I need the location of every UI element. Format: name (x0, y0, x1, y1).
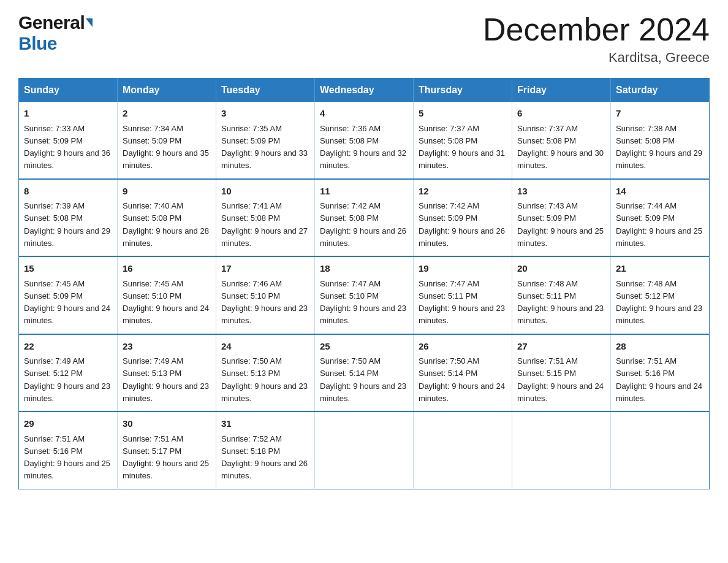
day-number: 5 (419, 107, 507, 121)
calendar-cell: 12 Sunrise: 7:42 AMSunset: 5:09 PMDaylig… (414, 179, 512, 257)
calendar-week-row: 8 Sunrise: 7:39 AMSunset: 5:08 PMDayligh… (19, 179, 710, 257)
calendar-cell: 29 Sunrise: 7:51 AMSunset: 5:16 PMDaylig… (19, 412, 118, 489)
day-info: Sunrise: 7:48 AMSunset: 5:12 PMDaylight:… (616, 279, 702, 326)
day-info: Sunrise: 7:35 AMSunset: 5:09 PMDaylight:… (221, 124, 308, 170)
day-number: 30 (123, 417, 211, 431)
day-info: Sunrise: 7:45 AMSunset: 5:09 PMDaylight:… (24, 279, 110, 326)
day-info: Sunrise: 7:48 AMSunset: 5:11 PMDaylight:… (517, 279, 604, 326)
calendar-cell: 20 Sunrise: 7:48 AMSunset: 5:11 PMDaylig… (512, 256, 611, 334)
calendar-cell: 9 Sunrise: 7:40 AMSunset: 5:08 PMDayligh… (118, 179, 216, 257)
calendar-cell: 1 Sunrise: 7:33 AMSunset: 5:09 PMDayligh… (19, 102, 118, 179)
calendar-cell (315, 412, 414, 489)
day-number: 3 (221, 107, 309, 121)
day-number: 24 (221, 340, 309, 354)
day-info: Sunrise: 7:33 AMSunset: 5:09 PMDaylight:… (24, 124, 110, 170)
calendar-cell: 2 Sunrise: 7:34 AMSunset: 5:09 PMDayligh… (118, 102, 216, 179)
day-info: Sunrise: 7:50 AMSunset: 5:14 PMDaylight:… (320, 356, 406, 403)
calendar-cell (414, 412, 512, 489)
calendar-cell: 25 Sunrise: 7:50 AMSunset: 5:14 PMDaylig… (315, 334, 414, 412)
calendar-cell (512, 412, 611, 489)
calendar-cell: 15 Sunrise: 7:45 AMSunset: 5:09 PMDaylig… (19, 256, 118, 334)
day-info: Sunrise: 7:37 AMSunset: 5:08 PMDaylight:… (419, 124, 505, 170)
calendar-cell: 31 Sunrise: 7:52 AMSunset: 5:18 PMDaylig… (216, 412, 315, 489)
day-number: 9 (123, 185, 211, 199)
day-info: Sunrise: 7:43 AMSunset: 5:09 PMDaylight:… (517, 201, 604, 248)
header-sunday: Sunday (19, 79, 118, 102)
calendar-cell: 6 Sunrise: 7:37 AMSunset: 5:08 PMDayligh… (512, 102, 611, 179)
header-friday: Friday (512, 79, 611, 102)
calendar-cell: 22 Sunrise: 7:49 AMSunset: 5:12 PMDaylig… (19, 334, 118, 412)
day-number: 12 (419, 185, 507, 199)
day-number: 29 (24, 417, 112, 431)
day-info: Sunrise: 7:46 AMSunset: 5:10 PMDaylight:… (221, 279, 308, 326)
day-info: Sunrise: 7:52 AMSunset: 5:18 PMDaylight:… (221, 434, 308, 481)
day-number: 2 (123, 107, 211, 121)
header-thursday: Thursday (414, 79, 512, 102)
day-number: 10 (221, 185, 309, 199)
day-info: Sunrise: 7:45 AMSunset: 5:10 PMDaylight:… (123, 279, 209, 326)
calendar-cell: 3 Sunrise: 7:35 AMSunset: 5:09 PMDayligh… (216, 102, 315, 179)
day-info: Sunrise: 7:50 AMSunset: 5:14 PMDaylight:… (419, 356, 505, 403)
calendar-cell: 10 Sunrise: 7:41 AMSunset: 5:08 PMDaylig… (216, 179, 315, 257)
day-info: Sunrise: 7:36 AMSunset: 5:08 PMDaylight:… (320, 124, 406, 170)
day-info: Sunrise: 7:39 AMSunset: 5:08 PMDaylight:… (24, 201, 110, 248)
day-info: Sunrise: 7:40 AMSunset: 5:08 PMDaylight:… (123, 201, 209, 248)
logo-general-text: General (18, 12, 85, 33)
day-number: 25 (320, 340, 408, 354)
day-info: Sunrise: 7:47 AMSunset: 5:11 PMDaylight:… (419, 279, 505, 326)
calendar-cell: 16 Sunrise: 7:45 AMSunset: 5:10 PMDaylig… (118, 256, 216, 334)
day-number: 20 (517, 262, 605, 276)
calendar-week-row: 1 Sunrise: 7:33 AMSunset: 5:09 PMDayligh… (19, 102, 710, 179)
day-number: 15 (24, 262, 112, 276)
day-info: Sunrise: 7:37 AMSunset: 5:08 PMDaylight:… (517, 124, 604, 170)
calendar-cell: 30 Sunrise: 7:51 AMSunset: 5:17 PMDaylig… (118, 412, 216, 489)
calendar-cell: 7 Sunrise: 7:38 AMSunset: 5:08 PMDayligh… (611, 102, 710, 179)
day-info: Sunrise: 7:51 AMSunset: 5:15 PMDaylight:… (517, 356, 604, 403)
day-number: 21 (616, 262, 704, 276)
day-info: Sunrise: 7:49 AMSunset: 5:13 PMDaylight:… (123, 356, 209, 403)
day-number: 31 (221, 417, 309, 431)
day-number: 26 (419, 340, 507, 354)
logo-blue-text: Blue (18, 33, 57, 54)
title-block: December 2024 Karditsa, Greece (483, 12, 710, 66)
day-info: Sunrise: 7:51 AMSunset: 5:17 PMDaylight:… (123, 434, 209, 481)
day-number: 19 (419, 262, 507, 276)
calendar-header-row: Sunday Monday Tuesday Wednesday Thursday… (19, 79, 710, 102)
calendar-cell: 4 Sunrise: 7:36 AMSunset: 5:08 PMDayligh… (315, 102, 414, 179)
day-info: Sunrise: 7:41 AMSunset: 5:08 PMDaylight:… (221, 201, 308, 248)
calendar-cell: 19 Sunrise: 7:47 AMSunset: 5:11 PMDaylig… (414, 256, 512, 334)
calendar-cell: 23 Sunrise: 7:49 AMSunset: 5:13 PMDaylig… (118, 334, 216, 412)
day-info: Sunrise: 7:49 AMSunset: 5:12 PMDaylight:… (24, 356, 110, 403)
calendar-cell: 17 Sunrise: 7:46 AMSunset: 5:10 PMDaylig… (216, 256, 315, 334)
day-number: 6 (517, 107, 605, 121)
day-number: 7 (616, 107, 704, 121)
calendar-table: Sunday Monday Tuesday Wednesday Thursday… (18, 78, 710, 489)
day-number: 8 (24, 185, 112, 199)
calendar-cell: 13 Sunrise: 7:43 AMSunset: 5:09 PMDaylig… (512, 179, 611, 257)
calendar-cell (611, 412, 710, 489)
day-number: 22 (24, 340, 112, 354)
day-number: 16 (123, 262, 211, 276)
day-number: 13 (517, 185, 605, 199)
day-number: 27 (517, 340, 605, 354)
calendar-cell: 11 Sunrise: 7:42 AMSunset: 5:08 PMDaylig… (315, 179, 414, 257)
day-info: Sunrise: 7:51 AMSunset: 5:16 PMDaylight:… (616, 356, 702, 403)
month-title: December 2024 (483, 12, 710, 47)
calendar-cell: 24 Sunrise: 7:50 AMSunset: 5:13 PMDaylig… (216, 334, 315, 412)
header-wednesday: Wednesday (315, 79, 414, 102)
day-number: 18 (320, 262, 408, 276)
day-info: Sunrise: 7:51 AMSunset: 5:16 PMDaylight:… (24, 434, 110, 481)
day-number: 1 (24, 107, 112, 121)
day-info: Sunrise: 7:42 AMSunset: 5:09 PMDaylight:… (419, 201, 505, 248)
calendar-cell: 21 Sunrise: 7:48 AMSunset: 5:12 PMDaylig… (611, 256, 710, 334)
calendar-cell: 5 Sunrise: 7:37 AMSunset: 5:08 PMDayligh… (414, 102, 512, 179)
day-info: Sunrise: 7:34 AMSunset: 5:09 PMDaylight:… (123, 124, 209, 170)
day-info: Sunrise: 7:44 AMSunset: 5:09 PMDaylight:… (616, 201, 702, 248)
header-monday: Monday (118, 79, 216, 102)
logo: General Blue (18, 12, 93, 54)
calendar-cell: 27 Sunrise: 7:51 AMSunset: 5:15 PMDaylig… (512, 334, 611, 412)
calendar-cell: 26 Sunrise: 7:50 AMSunset: 5:14 PMDaylig… (414, 334, 512, 412)
day-info: Sunrise: 7:47 AMSunset: 5:10 PMDaylight:… (320, 279, 406, 326)
day-info: Sunrise: 7:50 AMSunset: 5:13 PMDaylight:… (221, 356, 308, 403)
calendar-cell: 18 Sunrise: 7:47 AMSunset: 5:10 PMDaylig… (315, 256, 414, 334)
